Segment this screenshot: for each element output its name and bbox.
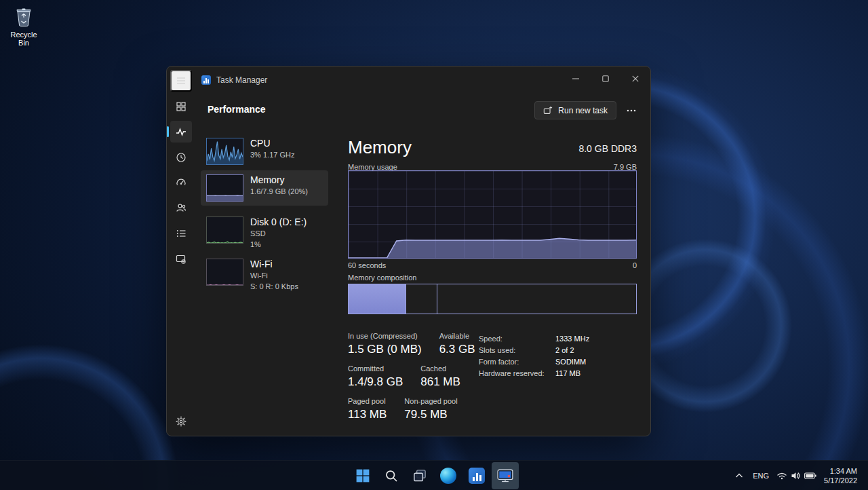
new-task-icon [543,106,553,115]
clock-button[interactable]: 1:34 AM 5/17/2022 [820,462,861,489]
stat-committed: Committed 1.4/9.8 GB [348,364,403,389]
run-new-task-label: Run new task [558,106,608,115]
minimize-button[interactable] [561,67,591,91]
task-view-button[interactable] [406,462,433,489]
task-manager-icon [469,468,485,484]
metric-name: Memory [250,174,308,185]
nav-processes[interactable] [170,96,192,117]
disk-mini-graph [206,216,243,244]
task-view-icon [413,469,427,483]
ellipsis-icon [627,109,636,112]
memory-composition-label: Memory composition [348,274,416,282]
memory-composition-bar[interactable] [348,284,637,314]
nav-performance[interactable] [170,121,192,143]
memory-mini-graph [206,174,243,202]
battery-icon [804,472,816,479]
active-app-monitor-icon [497,468,513,483]
task-manager-window: Task Manager Performance Run new task [166,66,651,436]
search-icon [384,469,398,483]
metric-detail: 3% 1.17 GHz [250,150,294,159]
stat-available: Available 6.3 GB [439,332,475,356]
selected-nav-indicator [167,126,169,137]
more-options-button[interactable] [622,101,641,119]
metric-detail: S: 0 R: 0 Kbps [250,282,298,291]
perf-item-memory[interactable]: Memory 1.6/7.9 GB (20%) [201,170,328,206]
start-button[interactable] [349,462,376,489]
metric-detail: Wi-Fi [250,271,298,280]
nav-settings[interactable] [170,411,192,432]
metric-name: Wi-Fi [250,259,298,269]
task-manager-active-button[interactable] [492,462,519,489]
maximize-icon [602,75,609,82]
nav-users[interactable] [170,197,192,219]
search-button[interactable] [378,462,405,489]
recycle-bin-icon [14,5,34,27]
run-new-task-button[interactable]: Run new task [534,101,616,119]
recycle-bin-shortcut[interactable]: Recycle Bin [4,5,43,47]
wifi-mini-graph [206,259,243,286]
perf-item-wifi[interactable]: Wi-Fi Wi-Fi S: 0 R: 0 Kbps [201,255,328,295]
stat-non-paged-pool: Non-paged pool 79.5 MB [404,397,457,421]
hamburger-icon [176,75,186,86]
stat-in-use: In use (Compressed) 1.5 GB (0 MB) [348,332,422,356]
chevron-up-icon [735,473,743,478]
perf-item-cpu[interactable]: CPU 3% 1.17 GHz [201,134,328,169]
edge-icon [440,468,456,484]
clock-date: 5/17/2022 [824,476,857,485]
menu-toggle-button[interactable] [170,70,192,92]
clock-time: 1:34 AM [824,466,857,476]
recycle-bin-label: Recycle Bin [4,31,43,47]
wifi-icon [776,472,787,480]
metric-detail: 1.6/7.9 GB (20%) [250,187,308,196]
tray-overflow-button[interactable] [730,462,748,489]
page-title: Performance [208,104,266,115]
x-axis-left-label: 60 seconds [348,261,386,269]
performance-icon [176,126,186,137]
memory-capacity: 8.0 GB DDR3 [578,143,637,154]
nav-services[interactable] [170,248,192,270]
settings-gear-icon [176,416,186,427]
windows-logo-icon [356,469,370,483]
nav-rail [167,94,195,436]
perf-item-disk[interactable]: Disk 0 (D: E:) SSD 1% [201,212,328,253]
memory-hardware-details: Speed:1333 MHz Slots used:2 of 2 Form fa… [479,333,589,379]
nav-app-history[interactable] [170,147,192,168]
composition-segment [406,284,438,314]
stat-paged-pool: Paged pool 113 MB [348,397,387,421]
services-icon [176,254,186,265]
metric-name: CPU [250,138,294,149]
close-icon [632,75,639,82]
metric-detail: SSD [250,229,307,238]
window-title: Task Manager [216,67,267,94]
metric-name: Disk 0 (D: E:) [250,216,307,227]
details-icon [176,228,186,239]
maximize-button[interactable] [591,67,620,91]
stat-cached: Cached 861 MB [420,364,460,389]
system-tray-button[interactable] [774,462,818,489]
users-icon [176,202,186,213]
memory-usage-graph [348,170,637,259]
language-button[interactable]: ENG [749,462,772,489]
task-manager-app-icon [201,75,211,85]
close-button[interactable] [620,67,650,91]
startup-apps-icon [176,177,186,188]
cpu-mini-graph [206,138,243,165]
composition-segment [437,284,636,314]
composition-segment [349,284,406,314]
memory-detail-panel: Memory 8.0 GB DDR3 Memory usage 7.9 GB 6… [348,134,637,430]
nav-details[interactable] [170,223,192,244]
processes-icon [176,101,186,112]
app-history-icon [176,152,186,163]
nav-startup-apps[interactable] [170,172,192,193]
minimize-icon [572,75,579,82]
memory-title: Memory [348,137,412,158]
speaker-icon [791,472,801,480]
task-manager-pinned-button[interactable] [463,462,490,489]
x-axis-right-label: 0 [633,261,637,269]
edge-button[interactable] [435,462,462,489]
taskbar: ENG 1:34 AM 5/17/2022 [0,460,868,490]
metric-detail: 1% [250,240,307,249]
